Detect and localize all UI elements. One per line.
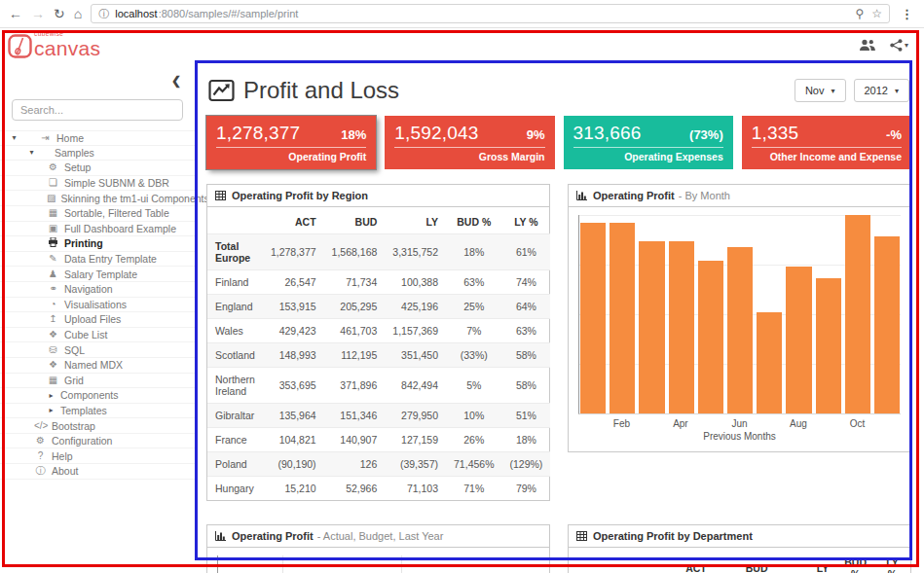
table-icon — [576, 531, 587, 541]
table-row-france: France104,821140,907127,15926%18% — [207, 428, 550, 452]
column-header: LY — [385, 207, 446, 234]
bar-mar[interactable] — [639, 241, 664, 413]
row-label: Scotland — [207, 343, 263, 368]
cell: 148,993 — [263, 343, 324, 368]
kpi-card-operating-expenses[interactable]: 313,666(73%)Operating Expenses — [564, 116, 733, 169]
cell: 151,346 — [324, 404, 386, 428]
region-table-wrap: ACTBUDLYBUD %LY %Total Europe1,278,3771,… — [207, 207, 549, 500]
caret-right-icon[interactable]: ▸ — [47, 391, 55, 400]
sidebar-item-setup[interactable]: ⚙Setup — [0, 161, 195, 176]
cell: 1,568,168 — [324, 234, 386, 270]
cell: 51% — [501, 404, 550, 428]
sidebar-item-templates[interactable]: ▸Templates — [0, 404, 195, 419]
sidebar-item-label: Bootstrap — [52, 420, 95, 432]
bar-jul[interactable] — [757, 312, 782, 413]
caret-down-icon[interactable]: ▾ — [27, 148, 36, 157]
sidebar-item-data-entry-template[interactable]: ✎Data Entry Template — [0, 252, 195, 268]
sidebar-item-named-mdx[interactable]: ❖Named MDX — [0, 358, 195, 374]
page-info-icon[interactable]: ⓘ — [98, 7, 109, 21]
bar-jun[interactable] — [727, 247, 753, 413]
cell: (129%) — [501, 452, 550, 477]
x-tick — [697, 418, 722, 429]
image-icon: ▨ — [47, 194, 55, 203]
sidebar-item-about[interactable]: ⓘAbout — [0, 464, 195, 480]
sidebar-item-components[interactable]: ▸Components — [0, 388, 195, 404]
department-table-wrap: ACTBUDLYBUD %LY %Corporate1,278,3771,568… — [569, 548, 910, 573]
bar-apr[interactable] — [669, 241, 694, 413]
kpi-card-other-income-and-expense[interactable]: 1,335-%Other Income and Expense — [742, 116, 911, 169]
sidebar-item-simple-subnm-dbr[interactable]: ❏Simple SUBNM & DBR — [0, 176, 195, 192]
sidebar-collapse-icon[interactable]: ❮ — [171, 74, 181, 88]
home-icon[interactable]: ⌂ — [74, 7, 82, 20]
bar-feb[interactable] — [610, 223, 635, 413]
cell: 351,450 — [385, 343, 446, 368]
sidebar-item-navigation[interactable]: ⚭Navigation — [0, 282, 195, 298]
caret-down-icon[interactable]: ▾ — [10, 133, 18, 142]
cell: 71,103 — [385, 477, 446, 501]
bookmark-star-icon[interactable]: ☆ — [871, 7, 882, 20]
url-path: :8080/samples/#/sample/print — [159, 8, 299, 19]
sidebar-item-skinning-the-tm1-ui-components[interactable]: ▨Skinning the tm1-ui Components — [0, 191, 195, 206]
cell: 135,964 — [263, 404, 324, 428]
sidebar-item-visualisations[interactable]: ◔Visualisations — [0, 298, 195, 313]
cell: 61% — [501, 234, 550, 270]
sidebar-item-full-dashboard-example[interactable]: ▣Full Dashboard Example — [0, 222, 195, 237]
panel-region-head: Operating Profit by Region — [207, 185, 549, 207]
sidebar-item-printing[interactable]: Printing — [0, 236, 195, 252]
users-icon[interactable] — [859, 39, 876, 52]
bar-may[interactable] — [698, 261, 723, 413]
bar-aug[interactable] — [786, 267, 811, 413]
cell: 15,210 — [263, 477, 324, 501]
kpi-divider — [752, 147, 902, 148]
sidebar-item-label: Configuration — [52, 435, 112, 447]
sidebar-item-sql[interactable]: ⛁SQL — [0, 342, 195, 358]
column-header: BUD — [715, 548, 776, 573]
address-bar[interactable]: ⓘ localhost:8080/samples/#/sample/print … — [91, 4, 890, 23]
x-tick — [757, 418, 782, 429]
cell: 126 — [324, 452, 386, 477]
forward-icon[interactable]: → — [31, 7, 45, 20]
cell: 153,915 — [263, 295, 324, 319]
reload-icon[interactable]: ↻ — [54, 7, 65, 20]
sidebar-nav: ▾⇥Home▾Samples⚙Setup❏Simple SUBNM & DBR▨… — [0, 130, 195, 480]
share-icon[interactable]: ▾ — [890, 39, 908, 52]
sidebar-item-home[interactable]: ▾⇥Home — [0, 130, 195, 146]
bar-chart-icon — [215, 531, 226, 541]
cell: 71% — [446, 477, 501, 501]
sidebar-item-cube-list[interactable]: ❖Cube List — [0, 328, 195, 343]
panel-by-month: Operating Profit - By Month FebAprJunAug… — [568, 184, 911, 452]
cell: (39,357) — [385, 452, 446, 477]
month-select[interactable]: Nov ▾ — [795, 79, 846, 102]
key-icon[interactable]: ⚲ — [855, 7, 864, 20]
sidebar-item-upload-files[interactable]: ↥Upload Files — [0, 312, 195, 328]
sidebar-item-grid[interactable]: ▦Grid — [0, 374, 195, 389]
bar-jan[interactable] — [580, 223, 606, 413]
kpi-card-gross-margin[interactable]: 1,592,0439%Gross Margin — [385, 116, 554, 169]
cubes-icon: ❖ — [47, 360, 59, 370]
panel-title: Operating Profit by Department — [593, 530, 753, 542]
caret-down-icon: ▾ — [831, 87, 834, 95]
row-label: France — [207, 428, 263, 452]
search-input[interactable] — [12, 99, 183, 121]
browser-chrome: ← → ↻ ⌂ ⓘ localhost:8080/samples/#/sampl… — [0, 0, 924, 28]
caret-right-icon[interactable]: ▸ — [47, 406, 55, 414]
back-icon[interactable]: ← — [9, 7, 22, 20]
app-header: cubewise canvas — [0, 28, 924, 60]
sidebar-item-bootstrap[interactable]: </>Bootstrap — [0, 418, 195, 434]
cubewise-canvas-logo: cubewise canvas — [8, 31, 100, 58]
bar-oct[interactable] — [845, 215, 870, 413]
sidebar-item-sortable-filtered-table[interactable]: ▦Sortable, Filtered Table — [0, 206, 195, 222]
cell: 100,388 — [385, 270, 446, 295]
kpi-card-operating-profit[interactable]: 1,278,37718%Operating Profit — [206, 116, 376, 169]
bar-nov[interactable] — [874, 236, 900, 413]
browser-menu-icon[interactable]: ⋮ — [899, 7, 915, 21]
cell: 71,456% — [446, 452, 501, 477]
sidebar-item-configuration[interactable]: ⚙Configuration — [0, 434, 195, 449]
column-header: LY — [776, 548, 837, 573]
year-select[interactable]: 2012 ▾ — [854, 79, 910, 102]
cogs-icon: ⚙ — [34, 436, 47, 446]
bar-sep[interactable] — [816, 278, 841, 413]
sidebar-item-help[interactable]: ?Help — [0, 448, 195, 464]
sidebar-item-samples[interactable]: ▾Samples — [0, 146, 195, 161]
sidebar-item-salary-template[interactable]: ♟Salary Template — [0, 267, 195, 282]
